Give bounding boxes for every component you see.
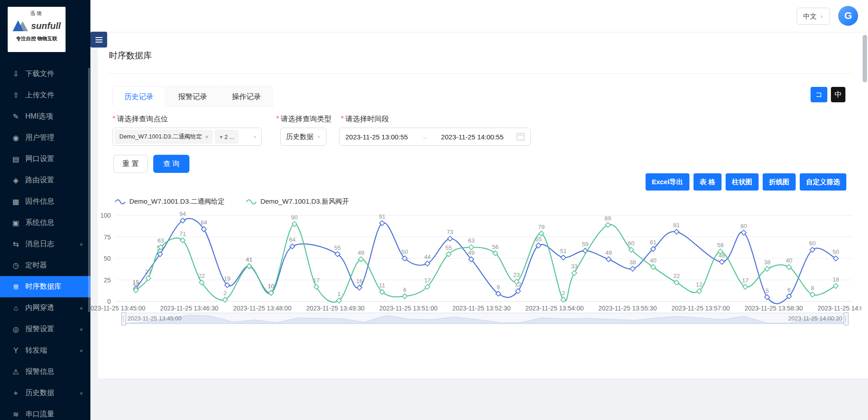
svg-text:65: 65	[535, 236, 542, 243]
svg-text:71: 71	[179, 230, 186, 237]
sidebar-item-label: 网口设置	[25, 154, 83, 164]
message-log-icon: ⇆	[11, 240, 21, 248]
sidebar-item-label: HMI选项	[25, 112, 83, 121]
action-button-3[interactable]: 折线图	[763, 173, 796, 191]
sidebar-item-label: 转发端	[25, 346, 79, 355]
svg-text:2023-11-25 13:54:00: 2023-11-25 13:54:00	[525, 305, 584, 312]
system-info-icon: ▣	[11, 219, 21, 227]
page-scrollbar-thumb[interactable]	[863, 35, 867, 82]
datazoom-slider[interactable]: 2023-11-25 13:45:00 2023-11-25 14:00:30	[123, 313, 847, 324]
action-button-0[interactable]: Excel导出	[646, 173, 689, 191]
svg-text:2023-11-25 13:49:30: 2023-11-25 13:49:30	[306, 305, 364, 312]
sidebar-item-1[interactable]: ⇧上传文件	[0, 85, 90, 106]
tag-close-icon[interactable]: ×	[205, 134, 209, 140]
sidebar-item-2[interactable]: ✎HMI选项	[0, 106, 90, 127]
legend-item-0[interactable]: Demo_W7.1001.D3.二通阀给定	[114, 197, 225, 206]
svg-text:22: 22	[198, 272, 205, 279]
chinese-toggle-icon: 中	[835, 90, 842, 100]
start-time-value: 2023-11-25 13:00:55	[345, 133, 408, 141]
required-mark: *	[113, 115, 115, 123]
svg-text:19: 19	[224, 275, 230, 282]
svg-text:0: 0	[107, 298, 111, 305]
content-card: 时序数据库 历史记录报警记录操作记录 コ 中 *请选择查询点位 *请选择查询类型…	[98, 32, 861, 378]
svg-text:58: 58	[717, 242, 723, 248]
sidebar-item-label: 上传文件	[25, 91, 83, 100]
sidebar-item-5[interactable]: ◈路由设置	[0, 170, 90, 191]
svg-text:11: 11	[379, 282, 385, 289]
sidebar-item-13[interactable]: Y转发端∨	[0, 340, 90, 361]
collapse-panel-button[interactable]: コ	[811, 87, 827, 102]
sidebar-scrollbar[interactable]	[88, 68, 90, 312]
svg-text:2: 2	[561, 290, 565, 296]
svg-text:100: 100	[100, 212, 111, 219]
svg-text:38: 38	[764, 259, 770, 266]
action-button-2[interactable]: 柱状图	[726, 173, 759, 191]
sidebar-item-11[interactable]: ⌂内网穿透∨	[0, 297, 90, 319]
svg-text:5: 5	[765, 287, 769, 294]
svg-text:55: 55	[445, 244, 452, 251]
traffic-icon: ≋	[11, 410, 21, 419]
sidebar-item-14[interactable]: ⚠报警信息	[0, 361, 90, 382]
svg-text:49: 49	[358, 249, 364, 256]
svg-text:56: 56	[492, 243, 498, 250]
reset-button[interactable]: 重 置	[113, 155, 148, 173]
sidebar-item-4[interactable]: ▤网口设置	[0, 148, 90, 170]
search-button[interactable]: 查 询	[153, 155, 189, 173]
chevron-down-icon: ∨	[79, 348, 83, 353]
sidebar-item-3[interactable]: ◉用户管理	[0, 127, 90, 148]
line-chart[interactable]: 02550751002023-11-25 13:45:002023-11-25 …	[97, 209, 861, 314]
svg-text:89: 89	[604, 215, 611, 222]
sidebar-item-7[interactable]: ▣系统信息	[0, 212, 90, 234]
tab-1[interactable]: 报警记录	[166, 86, 219, 107]
sidebar-item-10[interactable]: ≣时序数据库	[0, 276, 90, 297]
routing-icon: ◈	[11, 176, 21, 185]
sidebar: 迅饶 sunfull 专注自控 物物互联 ⇩下载文件⇧上传文件✎HMI选项◉用户…	[0, 0, 90, 420]
page-scrollbar-track[interactable]	[861, 32, 868, 378]
language-value: 中文	[803, 12, 816, 21]
timeseries-db-icon: ≣	[11, 282, 21, 291]
svg-text:2023-11-25 13:55:30: 2023-11-25 13:55:30	[599, 305, 657, 312]
page-title: 时序数据库	[109, 50, 152, 62]
action-button-4[interactable]: 自定义筛选	[800, 173, 846, 191]
sidebar-item-16[interactable]: ≋串口流量	[0, 404, 90, 420]
tab-2[interactable]: 操作记录	[220, 86, 273, 107]
sidebar-item-8[interactable]: ⇆消息日志∨	[0, 234, 90, 255]
point-multiselect[interactable]: Demo_W7.1001.D3.二通阀给定 × + 2 ... ∨	[113, 128, 262, 146]
end-time-value: 2023-11-25 14:00:55	[441, 133, 504, 141]
language-select[interactable]: 中文 ∨	[797, 8, 830, 25]
chinese-toggle-button[interactable]: 中	[831, 87, 845, 102]
chevron-down-icon: ∨	[317, 134, 321, 139]
chevron-down-icon: ∨	[79, 391, 83, 396]
sidebar-item-15[interactable]: ⌖历史数据∨	[0, 382, 90, 404]
sidebar-item-label: 消息日志	[25, 239, 79, 249]
sidebar-item-12[interactable]: ◎报警设置∨	[0, 319, 90, 340]
svg-text:94: 94	[179, 210, 186, 217]
action-button-1[interactable]: 表 格	[693, 173, 722, 191]
datazoom-right-handle[interactable]	[844, 312, 849, 325]
legend-item-1[interactable]: Demo_W7.1001.D3.新风阀开	[245, 197, 349, 206]
network-port-icon: ▤	[11, 155, 21, 163]
sidebar-item-6[interactable]: ▦固件信息	[0, 191, 90, 212]
svg-text:60: 60	[809, 240, 816, 247]
svg-text:80: 80	[741, 223, 747, 229]
svg-text:17: 17	[742, 277, 748, 284]
sidebar-item-0[interactable]: ⇩下载文件	[0, 63, 90, 85]
datazoom-left-handle[interactable]	[121, 312, 126, 325]
svg-text:64: 64	[289, 236, 295, 243]
query-type-select[interactable]: 历史数据 ∨	[280, 128, 326, 146]
time-range-picker[interactable]: 2023-11-25 13:00:55 → 2023-11-25 14:00:5…	[339, 128, 531, 146]
svg-text:2023-11-25 13:48:00: 2023-11-25 13:48:00	[233, 305, 292, 312]
datazoom-end-label: 2023-11-25 14:00:30	[788, 315, 842, 322]
tab-0[interactable]: 历史记录	[113, 86, 165, 107]
top-header: 中文 ∨ G	[90, 0, 868, 32]
svg-text:2023-11-25 14:00:00: 2023-11-25 14:00:00	[818, 305, 868, 312]
sidebar-item-label: 时序数据库	[25, 282, 83, 291]
svg-text:25: 25	[104, 277, 111, 284]
menu-collapse-button[interactable]	[90, 32, 107, 48]
svg-text:41: 41	[246, 256, 252, 263]
sidebar-item-label: 固件信息	[25, 197, 83, 206]
sidebar-item-9[interactable]: ◷定时器	[0, 255, 90, 276]
datazoom-shadow	[123, 313, 846, 324]
avatar[interactable]: G	[838, 6, 858, 26]
svg-text:60: 60	[628, 240, 634, 247]
